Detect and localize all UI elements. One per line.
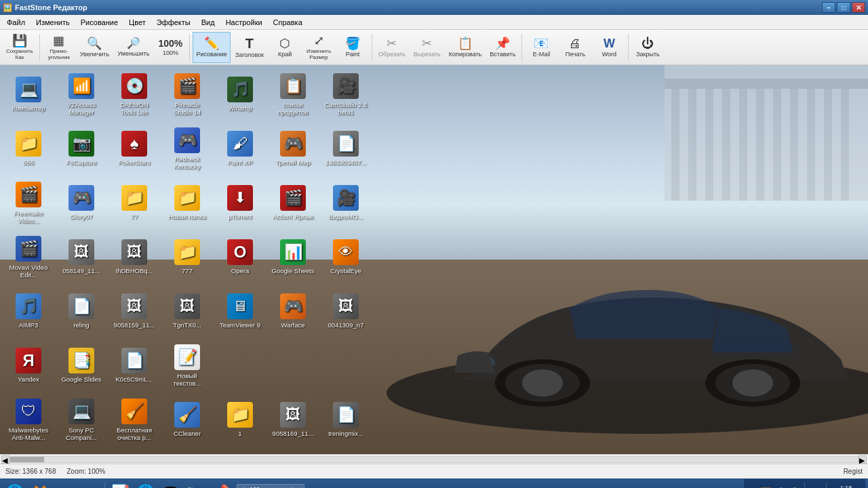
copy-button[interactable]: 📋 Копировать: [446, 32, 485, 63]
toolbar-sep-4: [521, 34, 522, 61]
paint-button[interactable]: 🪣 Paint: [336, 32, 369, 63]
icon-77[interactable]: 📁 77: [109, 177, 159, 228]
zoom-out-button[interactable]: 🔎 Уменьшить: [114, 32, 153, 63]
paste-button[interactable]: 📌 Вставить: [486, 32, 519, 63]
icon-movavi[interactable]: 🎬 Movavi Video Edit...: [3, 231, 54, 283]
taskbar-chrome[interactable]: 🌐: [134, 481, 157, 489]
taskbar-skype[interactable]: ☎: [159, 481, 182, 489]
cut-label: Вырезать: [414, 51, 441, 58]
icon-sony-pc[interactable]: 💻 Sony PC Compani...: [56, 394, 106, 445]
menu-view[interactable]: Вид: [197, 17, 219, 28]
icon-tgntx0[interactable]: 🖼 TgnTX0...: [162, 285, 212, 337]
taskbar-notepad[interactable]: 📝: [108, 481, 132, 489]
desktop-background: 💻 Компьютер 📶 VZAccess Manager 💿 DAEMON …: [0, 65, 868, 454]
icon-vzaccess[interactable]: 📶 VZAccess Manager: [56, 68, 106, 120]
scroll-right-button[interactable]: ▶: [859, 455, 867, 464]
taskbar-explorer[interactable]: 🗂: [78, 481, 101, 489]
scroll-thumb[interactable]: [10, 457, 44, 462]
icon-freemake[interactable]: 🎬 Freemake Video...: [3, 177, 54, 228]
icon-new-text[interactable]: 📝 Новый текстов...: [162, 340, 212, 391]
rectangle-button[interactable]: ▦ Прямо-угольник: [43, 32, 75, 63]
icon-crystaleye[interactable]: 👁 CrystalEye: [321, 231, 371, 283]
header-button[interactable]: T Заголовок: [232, 32, 267, 63]
menu-effects[interactable]: Эффекты: [153, 17, 195, 28]
svg-rect-17: [807, 85, 815, 201]
icon-computer[interactable]: 💻 Компьютер: [3, 68, 54, 120]
svg-point-6: [732, 369, 773, 396]
icon-9058169[interactable]: 🖼 9058169_11...: [268, 394, 318, 445]
menu-drawing[interactable]: Рисование: [77, 17, 122, 28]
save-as-button[interactable]: 💾 СохранитьКак: [3, 32, 37, 63]
icon-cleanup[interactable]: 🧹 Бесплатная очистка р...: [109, 394, 159, 445]
icon-aimp3[interactable]: 🎵 AIMP3: [3, 285, 54, 337]
edge-button[interactable]: ⬡ Край: [269, 32, 301, 63]
minimize-button[interactable]: –: [822, 2, 835, 13]
icon-666[interactable]: 📁 666: [3, 123, 54, 174]
taskbar-media[interactable]: ⏯: [53, 481, 76, 489]
restore-button[interactable]: □: [837, 2, 850, 13]
crop-button[interactable]: ✂ Обрезать: [375, 32, 409, 63]
icon-teamviewer[interactable]: 🖥 TeamViewer 9: [215, 285, 265, 337]
print-button[interactable]: 🖨 Печать: [559, 32, 591, 63]
menu-settings[interactable]: Настройки: [222, 17, 267, 28]
icon-folder-1[interactable]: 📁 1: [215, 394, 265, 445]
close-tool-button[interactable]: ⏻ Закрыть: [631, 32, 664, 63]
zoom-in-button[interactable]: 🔍 Увеличить: [77, 32, 113, 63]
drawing-button[interactable]: ✏️ Рисование: [193, 32, 230, 63]
scroll-track[interactable]: [9, 456, 859, 463]
cut-button[interactable]: ✂ Вырезать: [410, 32, 444, 63]
icon-malwarebytes[interactable]: 🛡 Malwarebytes Anti-Malw...: [3, 394, 54, 445]
menu-help[interactable]: Справка: [269, 17, 307, 28]
icon-reling[interactable]: 📄 reling: [56, 285, 106, 337]
menu-edit[interactable]: Изменить: [32, 17, 74, 28]
icon-k0c5c9ml[interactable]: 📄 K0c5C9mL...: [109, 340, 159, 391]
icon-pinnacle[interactable]: 🎬 Pinnacle Studio 14: [162, 68, 212, 120]
icon-pokerstars[interactable]: ♠ PokerStars: [109, 123, 159, 174]
icon-yandex[interactable]: Я Yandex: [3, 340, 54, 391]
icon-redneck[interactable]: 🎮 Redneck Kentucky: [162, 123, 212, 174]
icon-ihdbhobq[interactable]: 🖼 IhDBHOBq...: [109, 231, 159, 283]
svg-rect-15: [773, 85, 781, 201]
scroll-left-button[interactable]: ◀: [1, 455, 9, 464]
icon-glory07[interactable]: 🎮 Glory07: [56, 177, 106, 228]
icon-0041309[interactable]: 🖼 0041309_n7: [321, 285, 371, 337]
icon-winamp[interactable]: 🎵 Winamp: [215, 68, 265, 120]
active-window-button[interactable]: in-100.uaprom.net Доступ к Интернету: [237, 484, 304, 489]
resize-button[interactable]: ⤢ ИзменитьРазмер: [302, 32, 335, 63]
icon-daemon[interactable]: 💿 DAEMON Tools Lite: [109, 68, 159, 120]
system-tray: ▲ 📶 🔊 🔋 EN 1:18 27.06.2014: [744, 479, 865, 488]
icon-action[interactable]: 🎬 Action! Ярлык: [268, 177, 318, 228]
icon-058149[interactable]: 🖼 058149_11...: [56, 231, 106, 283]
icon-9058159[interactable]: 🖼 9058159_11...: [109, 285, 159, 337]
notification-text: in-100.uaprom.net: [243, 486, 298, 489]
close-button[interactable]: ✕: [852, 2, 865, 13]
icon-product-list[interactable]: 📋 список продуктов: [268, 68, 318, 120]
icon-warface[interactable]: 🎮 Warface: [268, 285, 318, 337]
icon-third-world[interactable]: 🎮 Третий Мир: [268, 123, 318, 174]
icon-treningmix[interactable]: 📄 treningmix...: [321, 394, 371, 445]
icon-paintxp[interactable]: 🖌 Paint XP: [215, 123, 265, 174]
icon-new-folder[interactable]: 📁 Новая папка: [162, 177, 212, 228]
taskbar-app1[interactable]: 📌: [209, 481, 232, 489]
icon-opera[interactable]: O Opera: [215, 231, 265, 283]
icon-1363[interactable]: 📄 1363303407...: [321, 123, 371, 174]
clock[interactable]: 1:18 27.06.2014: [831, 485, 861, 488]
horizontal-scrollbar[interactable]: ◀ ▶: [0, 454, 868, 464]
word-button[interactable]: W Word: [593, 32, 625, 63]
menu-file[interactable]: Файл: [3, 17, 29, 28]
svg-rect-14: [756, 85, 764, 201]
taskbar-firefox[interactable]: 🦊: [28, 481, 51, 489]
icon-camstudio[interactable]: 🎥 CamStudio 2.5 beta1: [321, 68, 371, 120]
icon-777[interactable]: 📁 777: [162, 231, 212, 283]
taskbar-ie[interactable]: 🌐: [3, 481, 26, 489]
zoom-100-button[interactable]: 100% 100%: [154, 32, 186, 63]
icon-ccleaner[interactable]: 🧹 CCleaner: [162, 394, 212, 445]
email-button[interactable]: 📧 E-Mail: [525, 32, 557, 63]
icon-google-slides[interactable]: 📑 Google Slides: [56, 340, 106, 391]
icon-google-sheets[interactable]: 📊 Google Sheets: [268, 231, 318, 283]
icon-utorrent[interactable]: ⬇ µTorrent: [215, 177, 265, 228]
taskbar-camera[interactable]: 📷: [184, 481, 207, 489]
menu-color[interactable]: Цвет: [125, 17, 150, 28]
icon-videomo[interactable]: 🎥 ВидеоМО...: [321, 177, 371, 228]
icon-fscapture[interactable]: 📷 FsCapture: [56, 123, 106, 174]
